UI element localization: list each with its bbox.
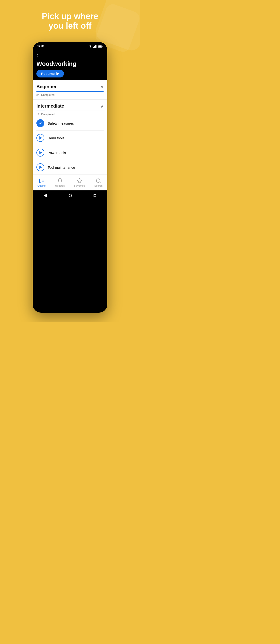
outline-label: Outline: [38, 184, 46, 187]
updates-label: Updates: [55, 184, 65, 187]
signal-icon: [93, 45, 97, 48]
beginner-title: Beginner: [36, 84, 57, 89]
outline-icon: [39, 178, 44, 184]
search-icon: [96, 178, 101, 184]
time-display: 12:00: [37, 44, 44, 48]
beginner-completed: 8/8 Completed: [36, 93, 104, 96]
intermediate-title: Intermediate: [36, 103, 64, 109]
lesson-play-icon: [36, 149, 44, 156]
lessons-list: Safety measures Hand tools Power tools: [33, 116, 107, 174]
svg-rect-2: [98, 46, 102, 47]
lesson-play-icon: [36, 163, 44, 171]
hero-section: Pick up whereyou left off: [0, 0, 140, 42]
android-back-button[interactable]: [44, 194, 47, 198]
beginner-section: Beginner ∨ 8/8 Completed: [33, 80, 107, 100]
lesson-name: Safety measures: [48, 121, 74, 125]
favorites-label: Favorites: [74, 184, 85, 187]
lesson-completed-icon: [36, 119, 44, 127]
nav-item-updates[interactable]: Updates: [55, 178, 65, 187]
intermediate-completed: 1/8 Completed: [36, 113, 104, 116]
hero-title: Pick up whereyou left off: [37, 7, 103, 36]
lesson-name: Hand tools: [48, 136, 64, 140]
android-home-button[interactable]: [68, 194, 72, 197]
bottom-nav: Outline Updates Favorites: [33, 174, 107, 190]
lesson-name: Tool maintenance: [48, 166, 75, 170]
back-button[interactable]: ‹: [36, 52, 104, 58]
play-triangle: [40, 151, 42, 154]
android-system-bar: [33, 190, 107, 201]
nav-item-favorites[interactable]: Favorites: [74, 178, 85, 187]
star-icon: [77, 178, 82, 184]
bell-icon: [57, 178, 63, 184]
play-triangle: [40, 136, 42, 140]
intermediate-progress-bar: [36, 110, 104, 111]
svg-point-8: [96, 179, 100, 182]
svg-line-9: [100, 182, 100, 183]
play-icon: [56, 72, 59, 75]
course-title: Woodworking: [36, 60, 104, 68]
intermediate-section: Intermediate ∧ 1/8 Completed: [33, 100, 107, 116]
lesson-name: Power tools: [48, 151, 66, 155]
svg-rect-1: [102, 46, 103, 47]
play-triangle: [40, 166, 42, 169]
lesson-item[interactable]: Hand tools: [36, 131, 104, 145]
android-recents-button[interactable]: [94, 194, 96, 197]
beginner-header[interactable]: Beginner ∨: [36, 84, 104, 89]
phone-screen: 12:00: [33, 42, 107, 313]
lesson-play-icon: [36, 134, 44, 142]
nav-item-outline[interactable]: Outline: [38, 178, 46, 187]
beginner-progress-bar: [36, 91, 104, 92]
content-area: Beginner ∨ 8/8 Completed Intermediate ∧ …: [33, 80, 107, 174]
beginner-progress-fill: [36, 91, 104, 92]
svg-rect-3: [40, 179, 41, 183]
lesson-item[interactable]: Safety measures: [36, 116, 104, 131]
resume-button[interactable]: Resume: [36, 70, 64, 78]
nav-header: ‹ Woodworking Resume: [33, 50, 107, 80]
search-label: Search: [94, 184, 103, 187]
svg-marker-7: [77, 178, 82, 183]
intermediate-chevron: ∧: [100, 104, 104, 109]
intermediate-header[interactable]: Intermediate ∧: [36, 103, 104, 109]
intermediate-progress-fill: [36, 110, 45, 111]
battery-icon: [98, 45, 103, 48]
status-bar: 12:00: [33, 42, 107, 50]
lesson-item[interactable]: Tool maintenance: [36, 160, 104, 174]
status-icons: [88, 45, 103, 48]
beginner-chevron: ∨: [100, 84, 104, 89]
nav-item-search[interactable]: Search: [94, 178, 103, 187]
lesson-item[interactable]: Power tools: [36, 145, 104, 160]
resume-label: Resume: [41, 72, 54, 76]
phone-frame: 12:00: [0, 42, 140, 313]
wifi-icon: [88, 45, 92, 48]
